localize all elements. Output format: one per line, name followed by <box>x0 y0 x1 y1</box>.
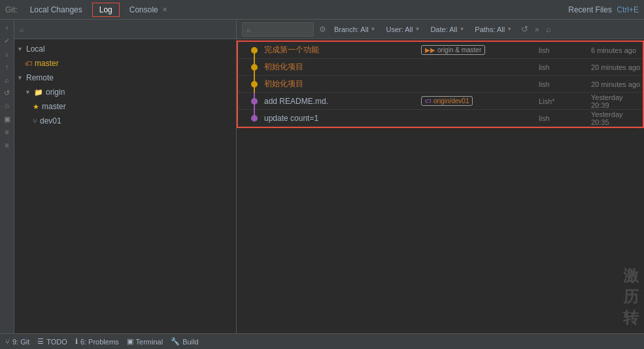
user-dropdown-arrow: ▼ <box>415 26 420 32</box>
tab-local-changes[interactable]: Local Changes <box>23 3 90 17</box>
svg-point-1 <box>251 47 258 54</box>
local-expand-arrow: ▼ <box>17 46 24 52</box>
status-bar: ⑂ 9: Git ☰ TODO ℹ 6: Problems ▣ Terminal… <box>0 333 644 349</box>
branch-filter-btn[interactable]: Branch: All ▼ <box>331 24 379 35</box>
refresh-icon[interactable]: ↺ <box>520 23 530 35</box>
left-icon-stash[interactable]: ≡ <box>2 127 12 137</box>
sidebar-search-icon: ⌕ <box>20 25 24 33</box>
status-terminal[interactable]: ▣ Terminal <box>127 337 163 346</box>
todo-icon: ☰ <box>37 337 44 346</box>
status-todo-label: TODO <box>46 338 67 346</box>
commit-msg-1: 完成第一个功能 <box>264 44 319 56</box>
fork-icon-dev01: ⑂ <box>33 117 37 125</box>
more-actions-icon[interactable]: » <box>535 25 539 34</box>
remote-master-label: master <box>42 102 66 111</box>
search-icon: ⌕ <box>246 25 251 33</box>
tab-console[interactable]: Console ✕ <box>122 3 175 17</box>
log-search-icon[interactable]: ⌕ <box>545 23 552 35</box>
terminal-icon: ▣ <box>127 337 133 346</box>
origin-expand-arrow: ▼ <box>25 89 31 95</box>
git-prefix: Git: <box>5 5 18 14</box>
build-icon: 🔧 <box>171 337 180 346</box>
tree-remote-group[interactable]: ▼ Remote <box>14 71 236 85</box>
log-toolbar: ⌕ ⚙ Branch: All ▼ User: All ▼ Date: All … <box>237 20 644 39</box>
commit-author-1: lish <box>539 46 591 54</box>
paths-filter-btn[interactable]: Paths: All ▼ <box>472 24 515 35</box>
left-icon-search[interactable]: ⌕ <box>2 75 12 85</box>
commit-graph-col-3: 初始化项目 <box>238 76 421 93</box>
tab-log[interactable]: Log <box>92 3 120 17</box>
remote-expand-arrow: ▼ <box>17 75 24 81</box>
status-build[interactable]: 🔧 Build <box>171 337 198 346</box>
left-icon-check[interactable]: ✓ <box>2 35 12 46</box>
commit-row-5[interactable]: update count=1 lish Yesterday 20:35 <box>238 110 643 127</box>
left-icon-refresh[interactable]: ↺ <box>2 88 12 98</box>
commit-graph-col-2: 初始化项目 <box>238 59 421 76</box>
commit-row-3[interactable]: 初始化项目 lish 20 minutes ago <box>238 76 643 93</box>
commit-date-5: Yesterday 20:35 <box>591 110 643 126</box>
tag-origin-master: ▶▶ origin & master <box>421 45 485 55</box>
commit-row-2[interactable]: 初始化项目 lish 20 minutes ago <box>238 59 643 76</box>
sidebar: ⌕ ▼ Local 🏷 master ▼ Remote ▼ 📁 origin <box>14 20 237 333</box>
tree-master-local[interactable]: 🏷 master <box>14 56 236 71</box>
date-dropdown-arrow: ▼ <box>459 26 464 32</box>
branch-tree: ▼ Local 🏷 master ▼ Remote ▼ 📁 origin ★ m… <box>14 39 236 333</box>
console-close-icon[interactable]: ✕ <box>162 6 167 13</box>
left-icon-push[interactable]: ↑ <box>2 61 12 72</box>
commit-tags-1: ▶▶ origin & master <box>421 45 539 55</box>
graph-svg-5 <box>245 110 264 127</box>
commit-search-box[interactable]: ⌕ <box>242 22 314 37</box>
svg-point-9 <box>251 115 258 122</box>
remote-dev01-label: dev01 <box>40 116 61 125</box>
svg-point-3 <box>251 64 258 71</box>
commit-search-input[interactable] <box>254 25 306 33</box>
highlighted-commits-group: 完成第一个功能 ▶▶ origin & master lish 6 minute… <box>237 41 644 128</box>
commit-graph-col-5: update count=1 <box>238 110 421 127</box>
tree-local-group[interactable]: ▼ Local <box>14 42 236 56</box>
left-icon-pop[interactable]: ≡ <box>2 140 12 150</box>
origin-label: origin <box>46 88 65 97</box>
status-build-label: Build <box>182 338 198 346</box>
status-git[interactable]: ⑂ 9: Git <box>5 338 29 346</box>
status-problems[interactable]: ℹ 6: Problems <box>75 337 119 346</box>
commit-graph-col-4: add README.md. <box>238 93 421 110</box>
branch-dropdown-arrow: ▼ <box>371 26 376 32</box>
status-todo[interactable]: ☰ TODO <box>37 337 67 346</box>
commit-graph-col-1: 完成第一个功能 <box>238 42 421 59</box>
graph-svg-2 <box>245 59 264 76</box>
left-icon-shelf[interactable]: ▣ <box>2 114 12 124</box>
settings-icon[interactable]: ⚙ <box>319 25 326 34</box>
recent-files-label: Recent Files Ctrl+E <box>568 5 639 14</box>
commit-row-1[interactable]: 完成第一个功能 ▶▶ origin & master lish 6 minute… <box>238 42 643 59</box>
commit-msg-2: 初始化项目 <box>264 61 303 73</box>
commit-date-2: 20 minutes ago <box>591 63 643 71</box>
commit-date-1: 6 minutes ago <box>591 46 643 54</box>
star-icon-master: ★ <box>33 103 39 111</box>
remote-label: Remote <box>26 73 54 82</box>
tag-origin-dev01: 🏷 origin/dev01 <box>421 96 473 106</box>
commit-date-4: Yesterday 20:39 <box>591 93 643 109</box>
log-table: 完成第一个功能 ▶▶ origin & master lish 6 minute… <box>237 39 644 333</box>
date-filter-btn[interactable]: Date: All ▼ <box>428 24 467 35</box>
graph-svg-1 <box>245 42 264 59</box>
graph-svg-3 <box>245 76 264 93</box>
branch-icon-local-master: 🏷 <box>25 59 32 67</box>
left-icon-arrow-left[interactable]: ‹ <box>2 22 12 33</box>
left-icon-bar: ‹ ✓ ↓ ↑ ⌕ ↺ ☆ ▣ ≡ ≡ <box>0 20 14 333</box>
user-filter-btn[interactable]: User: All ▼ <box>384 24 423 35</box>
commit-tags-4: 🏷 origin/dev01 <box>421 96 539 106</box>
left-icon-star[interactable]: ☆ <box>2 101 12 111</box>
folder-icon-origin: 📁 <box>34 88 43 97</box>
sidebar-toolbar: ⌕ <box>14 20 236 39</box>
main-content: ‹ ✓ ↓ ↑ ⌕ ↺ ☆ ▣ ≡ ≡ ⌕ ▼ Local 🏷 master <box>0 20 644 333</box>
paths-dropdown-arrow: ▼ <box>507 26 512 32</box>
commit-row-4[interactable]: add README.md. 🏷 origin/dev01 Lish* Yest… <box>238 93 643 110</box>
tree-dev01-remote[interactable]: ⑂ dev01 <box>14 114 236 128</box>
left-icon-update[interactable]: ↓ <box>2 48 12 59</box>
status-terminal-label: Terminal <box>136 338 163 346</box>
tree-master-remote[interactable]: ★ master <box>14 99 236 114</box>
graph-svg-4 <box>245 93 264 110</box>
commit-author-4: Lish* <box>539 97 591 105</box>
log-area: ⌕ ⚙ Branch: All ▼ User: All ▼ Date: All … <box>237 20 644 333</box>
tree-origin-folder[interactable]: ▼ 📁 origin <box>14 85 236 99</box>
